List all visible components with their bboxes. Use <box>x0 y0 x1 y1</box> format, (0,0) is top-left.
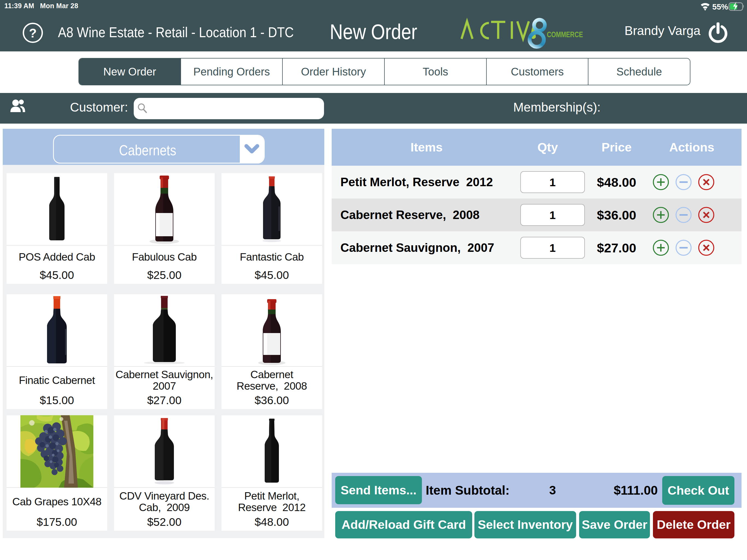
svg-text:COMMERCE: COMMERCE <box>547 30 583 39</box>
svg-text:55%: 55% <box>712 2 728 11</box>
